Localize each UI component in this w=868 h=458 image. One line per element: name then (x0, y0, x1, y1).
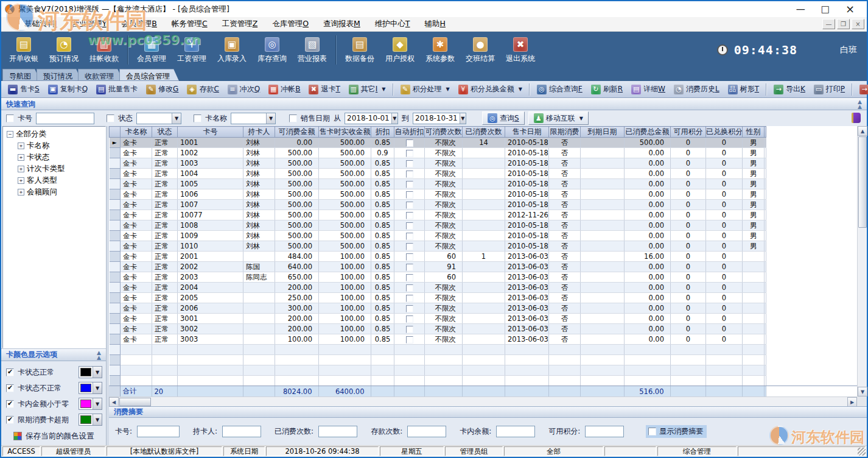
cell-卡名称[interactable]: 金卡 (121, 293, 152, 303)
cell-折扣[interactable]: 0.85 (371, 241, 394, 252)
cell-售卡时实收金额[interactable]: 100.00 (319, 262, 371, 272)
cell-售卡日期[interactable]: 2013-06-03 (505, 314, 549, 324)
cell-售卡日期[interactable]: 2013-06-03 (505, 252, 549, 262)
cell-自动折扣[interactable] (394, 179, 425, 189)
chevron-down-icon[interactable]: ▼ (391, 113, 397, 124)
cell-售卡时实收金额[interactable]: 100.00 (319, 334, 371, 345)
return-card-button[interactable]: ✖退卡T (304, 82, 344, 96)
cell-已消费总金额[interactable]: 0.00 (625, 210, 671, 220)
table-row[interactable]: 金卡正常2003陈同志650.00100.000.85602013-06-03否… (110, 272, 766, 283)
chevron-down-icon[interactable]: ▼ (93, 414, 102, 425)
cell-性别[interactable]: 男 (743, 169, 765, 179)
expand-icon[interactable]: + (18, 154, 24, 161)
cell-已消费次数[interactable] (463, 210, 505, 220)
cell-已兑换积分[interactable]: 0 (706, 334, 743, 345)
row-selector[interactable] (110, 158, 121, 169)
report-button[interactable]: ▧营业报表 (292, 35, 332, 65)
cell-限期消费[interactable]: 否 (549, 303, 581, 314)
cell-卡号[interactable]: 1010 (178, 241, 243, 252)
date-to-select[interactable]: 2018-10-31▼ (413, 113, 466, 124)
cell-持卡人[interactable]: 刘林 (243, 189, 275, 200)
cell-自动折扣[interactable] (394, 303, 425, 314)
cell-可消费金额[interactable]: 500.00 (275, 189, 319, 200)
cell-可消费金额[interactable]: 484.00 (275, 252, 319, 262)
cell-限期消费[interactable]: 否 (549, 169, 581, 179)
column-header-持卡人[interactable]: 持卡人 (243, 127, 275, 138)
cell-卡号[interactable]: 1007 (178, 200, 243, 210)
cell-卡名称[interactable]: 金卡 (121, 220, 152, 231)
cell-限期消费[interactable]: 否 (549, 158, 581, 169)
row-selector[interactable] (110, 272, 121, 283)
cell-已消费次数[interactable]: 14 (463, 138, 505, 148)
cell-卡号[interactable]: 1004 (178, 169, 243, 179)
cell-可消费次数[interactable]: 不限次 (425, 148, 463, 158)
cell-卡号[interactable]: 3003 (178, 334, 243, 345)
cell-到期日期[interactable] (581, 293, 625, 303)
cell-卡名称[interactable]: 金卡 (121, 324, 152, 334)
cell-可消费次数[interactable]: 不限次 (425, 293, 463, 303)
cell-售卡时实收金额[interactable]: 500.00 (319, 189, 371, 200)
collapse-chevron-icon[interactable]: ▲▲ (97, 350, 101, 360)
cell-已兑换积分[interactable]: 0 (706, 189, 743, 200)
cell-卡名称[interactable]: 金卡 (121, 148, 152, 158)
cell-可消费次数[interactable]: 不限次 (425, 138, 463, 148)
table-row[interactable]: 金卡正常2006300.00100.000.85不限次2013-06-03否0.… (110, 303, 766, 314)
tab-会员综合管理[interactable]: 会员综合管理 (119, 69, 179, 81)
row-selector[interactable] (110, 314, 121, 324)
cell-已消费次数[interactable] (463, 231, 505, 241)
cell-已消费总金额[interactable]: 0.00 (625, 220, 671, 231)
cell-卡名称[interactable]: 金卡 (121, 231, 152, 241)
cell-售卡时实收金额[interactable]: 100.00 (319, 324, 371, 334)
tree-button[interactable]: 品树形T (724, 82, 763, 96)
cell-可消费次数[interactable]: 不限次 (425, 169, 463, 179)
resize-grip[interactable] (858, 448, 866, 456)
salary-button[interactable]: ¥工资管理 (172, 35, 212, 65)
cell-卡号[interactable]: 2006 (178, 303, 243, 314)
cell-售卡时实收金额[interactable]: 100.00 (319, 252, 371, 262)
summary-field-input[interactable] (496, 426, 535, 437)
cell-已消费次数[interactable] (463, 314, 505, 324)
cell-卡号[interactable]: 1003 (178, 158, 243, 169)
cell-限期消费[interactable]: 否 (549, 138, 581, 148)
collapse-icon[interactable]: − (7, 131, 13, 138)
cell-已消费总金额[interactable]: 0.00 (625, 272, 671, 283)
card-name-checkbox[interactable] (194, 114, 201, 122)
cell-已消费次数[interactable] (463, 324, 505, 334)
row-selector[interactable] (110, 148, 121, 158)
auto-discount-checkbox[interactable] (406, 202, 413, 209)
table-row[interactable]: 金卡正常2001484.00100.000.856012013-06-03否16… (110, 252, 766, 262)
cell-已兑换积分[interactable]: 0 (706, 252, 743, 262)
summary-field-input[interactable] (318, 426, 357, 437)
save-color-settings-button[interactable]: 保存当前的颜色设置 (6, 428, 102, 444)
cell-已消费总金额[interactable]: 0.00 (625, 158, 671, 169)
sale-date-checkbox[interactable] (289, 114, 297, 122)
cell-自动折扣[interactable] (394, 189, 425, 200)
cell-持卡人[interactable] (243, 293, 275, 303)
cell-持卡人[interactable]: 刘林 (243, 220, 275, 231)
tree-item-卡名称[interactable]: +卡名称 (3, 140, 105, 152)
cell-卡名称[interactable]: 金卡 (121, 303, 152, 314)
cell-折扣[interactable]: 0.85 (371, 303, 394, 314)
cell-可消费次数[interactable]: 不限次 (425, 179, 463, 189)
cell-持卡人[interactable]: 刘林 (243, 148, 275, 158)
cell-折扣[interactable]: 0.85 (371, 138, 394, 148)
cell-已兑换积分[interactable]: 0 (706, 179, 743, 189)
cell-售卡时实收金额[interactable]: 100.00 (319, 293, 371, 303)
cell-性别[interactable] (743, 293, 765, 303)
table-row[interactable]: 金卡正常1002刘林500.00500.000.9不限次2010-05-18否0… (110, 148, 766, 158)
cell-售卡时实收金额[interactable]: 500.00 (319, 220, 371, 231)
cell-可消费金额[interactable]: 0.00 (275, 138, 319, 148)
query-button[interactable]: ◎综合查询F (533, 82, 587, 96)
chevron-down-icon[interactable]: ▼ (460, 113, 466, 124)
card-no-checkbox[interactable] (6, 114, 14, 122)
expand-icon[interactable]: + (18, 189, 24, 196)
row-selector[interactable] (110, 293, 121, 303)
auto-discount-checkbox[interactable] (406, 191, 413, 199)
tree-item-全部分类[interactable]: −全部分类 (3, 129, 105, 140)
column-header-可消费次数[interactable]: 可消费次数 (425, 127, 463, 138)
cell-自动折扣[interactable] (394, 262, 425, 272)
sell-card-button[interactable]: ▬售卡S (4, 82, 44, 96)
cell-售卡时实收金额[interactable]: 500.00 (319, 179, 371, 189)
cell-到期日期[interactable] (581, 303, 625, 314)
mdi-restore-icon[interactable]: ❐ (837, 19, 850, 29)
